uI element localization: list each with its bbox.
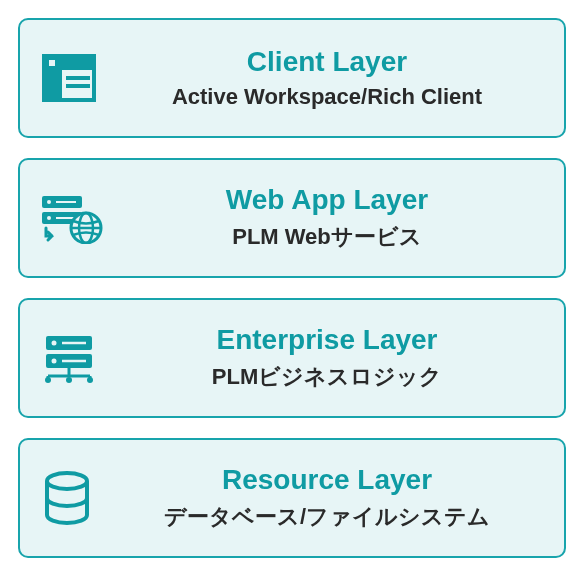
svg-point-28 bbox=[47, 473, 87, 489]
svg-point-18 bbox=[52, 359, 57, 364]
web-server-icon bbox=[42, 192, 112, 244]
workspace-icon bbox=[42, 54, 112, 102]
layer-title: Web App Layer bbox=[226, 184, 428, 216]
layer-title: Resource Layer bbox=[222, 464, 432, 496]
svg-point-24 bbox=[66, 377, 72, 383]
layer-enterprise: Enterprise Layer PLMビジネスロジック bbox=[18, 298, 566, 418]
svg-rect-2 bbox=[49, 60, 55, 66]
server-icon bbox=[42, 332, 112, 384]
svg-point-17 bbox=[52, 341, 57, 346]
layer-title: Client Layer bbox=[247, 46, 407, 78]
layer-title: Enterprise Layer bbox=[217, 324, 438, 356]
layer-subtitle: データベース/ファイルシステム bbox=[164, 502, 490, 532]
layer-text: Enterprise Layer PLMビジネスロジック bbox=[112, 324, 542, 392]
layer-resource: Resource Layer データベース/ファイルシステム bbox=[18, 438, 566, 558]
layer-web-app: Web App Layer PLM Webサービス bbox=[18, 158, 566, 278]
layer-text: Web App Layer PLM Webサービス bbox=[112, 184, 542, 252]
layer-subtitle: Active Workspace/Rich Client bbox=[172, 84, 482, 110]
svg-point-8 bbox=[47, 200, 51, 204]
svg-point-9 bbox=[47, 216, 51, 220]
layer-subtitle: PLMビジネスロジック bbox=[212, 362, 442, 392]
svg-rect-3 bbox=[44, 70, 62, 100]
layer-text: Resource Layer データベース/ファイルシステム bbox=[112, 464, 542, 532]
layer-text: Client Layer Active Workspace/Rich Clien… bbox=[112, 46, 542, 110]
layer-client: Client Layer Active Workspace/Rich Clien… bbox=[18, 18, 566, 138]
layer-subtitle: PLM Webサービス bbox=[232, 222, 422, 252]
database-icon bbox=[42, 471, 112, 525]
